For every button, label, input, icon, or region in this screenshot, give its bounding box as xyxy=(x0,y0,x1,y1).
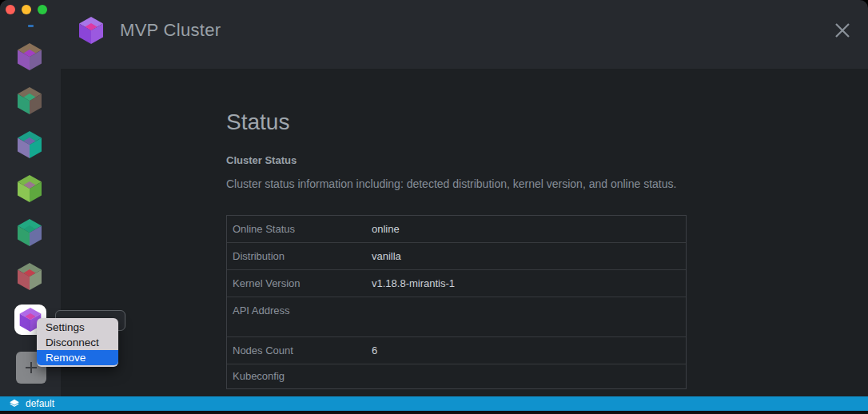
sidebar-cluster-5[interactable] xyxy=(15,218,44,247)
row-label: Kubeconfig xyxy=(227,370,372,382)
cluster-settings-panel: Status Cluster Status Cluster status inf… xyxy=(61,69,868,396)
page-title: MVP Cluster xyxy=(120,20,221,41)
zoom-window-button[interactable] xyxy=(38,5,47,14)
sidebar-cluster-4[interactable] xyxy=(15,174,44,203)
row-value: online xyxy=(372,223,400,235)
status-bar: default xyxy=(0,396,868,411)
table-row-api-address: API Address xyxy=(227,297,686,336)
row-value: v1.18.8-mirantis-1 xyxy=(372,277,455,289)
app-window: MVP Cluster xyxy=(0,0,868,414)
cluster-status-section-title: Cluster Status xyxy=(226,154,687,166)
row-label: Online Status xyxy=(227,223,372,235)
table-row-online-status: Online Status online xyxy=(227,216,686,242)
table-row-distribution: Distribution vanilla xyxy=(227,242,686,269)
layers-icon xyxy=(9,398,20,409)
window-controls xyxy=(6,5,47,14)
row-value: 6 xyxy=(372,344,377,356)
cluster-status-description: Cluster status information including: de… xyxy=(226,177,687,192)
menu-item-remove[interactable]: Remove xyxy=(37,350,118,365)
sidebar-cluster-6[interactable] xyxy=(15,262,44,291)
sidebar-cluster-3[interactable] xyxy=(15,130,44,159)
close-icon[interactable] xyxy=(833,21,852,40)
window-bottom-edge xyxy=(0,411,868,414)
table-row-kernel-version: Kernel Version v1.18.8-mirantis-1 xyxy=(227,269,686,297)
row-label: API Address xyxy=(227,297,372,316)
menu-item-disconnect[interactable]: Disconnect xyxy=(37,335,118,350)
cluster-status-table: Online Status online Distribution vanill… xyxy=(226,215,687,389)
sidebar-cluster-2[interactable] xyxy=(15,86,44,115)
row-value: vanilla xyxy=(372,250,401,262)
row-label: Nodes Count xyxy=(227,344,372,356)
close-window-button[interactable] xyxy=(6,5,15,14)
sidebar-cluster-1[interactable] xyxy=(15,42,44,71)
table-row-kubeconfig: Kubeconfig xyxy=(227,364,686,388)
active-cluster-indicator xyxy=(28,25,34,27)
menu-item-settings[interactable]: Settings xyxy=(37,320,118,335)
row-label: Distribution xyxy=(227,250,372,262)
namespace-selector[interactable]: default xyxy=(26,398,54,409)
status-heading: Status xyxy=(226,111,687,133)
minimize-window-button[interactable] xyxy=(22,5,31,14)
table-row-nodes-count: Nodes Count 6 xyxy=(227,336,686,364)
cluster-context-menu: Settings Disconnect Remove xyxy=(37,318,118,367)
cluster-logo-icon xyxy=(77,16,106,46)
row-label: Kernel Version xyxy=(227,277,372,289)
